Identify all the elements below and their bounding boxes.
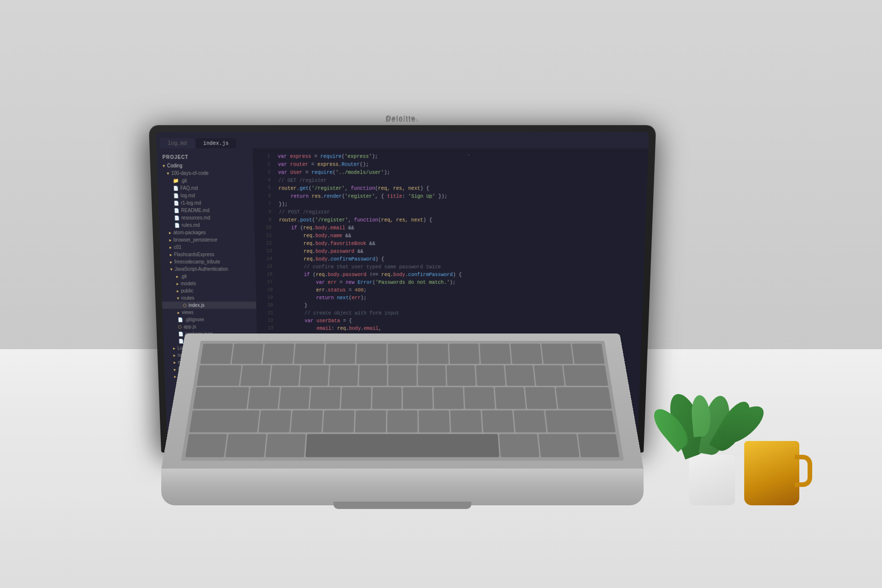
tab-log-md[interactable]: log.md xyxy=(160,138,195,148)
sidebar-item-faq[interactable]: 📄 FAQ.md xyxy=(158,184,254,192)
sidebar-item-label: FAQ.md xyxy=(180,185,198,191)
sidebar-item-git1[interactable]: 📁 .git xyxy=(158,177,254,184)
sidebar-item-label: public xyxy=(181,288,193,294)
sidebar-item-label: .git xyxy=(181,274,187,279)
sidebar-item-label: FlashcardsExpress xyxy=(174,252,215,257)
sidebar-item-label: 100-days-of-code xyxy=(171,170,209,176)
sidebar-item-100days[interactable]: ▾ 100-days-of-code xyxy=(157,170,253,177)
sidebar-item-models[interactable]: ▸ models xyxy=(161,280,256,287)
laptop-base xyxy=(161,469,644,505)
sidebar-item-label: log.md xyxy=(181,193,195,198)
sidebar-item-coding[interactable]: ▾ Coding xyxy=(157,162,253,169)
sidebar-item-label: index.js xyxy=(188,303,204,308)
sidebar-item-log[interactable]: 📄 log.md xyxy=(158,192,254,199)
sidebar-item-c01[interactable]: ▸ c01 xyxy=(160,243,255,251)
sidebar-item-browser[interactable]: ▸ browser_persistence xyxy=(159,236,254,243)
table-reflection xyxy=(0,505,882,588)
sidebar-item-gitignore[interactable]: 📄 .gitignore xyxy=(163,316,257,323)
sidebar-item-label: rules.md xyxy=(181,222,200,228)
sidebar-item-flashcards[interactable]: ▸ FlashcardsExpress xyxy=(160,251,255,258)
sidebar-item-rules[interactable]: 📄 rules.md xyxy=(159,221,254,229)
sidebar-item-fcc[interactable]: ▸ freecodecamp_tribute xyxy=(160,258,255,266)
sidebar-item-label: browser_persistence xyxy=(174,237,218,243)
sidebar-item-readme1[interactable]: 📄 README.md xyxy=(158,207,254,214)
sidebar-item-label: JavaScript-Authentication xyxy=(175,266,228,272)
mug-body xyxy=(744,441,799,505)
sidebar-item-label: models xyxy=(181,281,196,286)
sidebar-item-label: .git xyxy=(181,178,187,183)
sidebar-item-label: .gitignore xyxy=(185,317,204,322)
sidebar-item-label: views xyxy=(181,310,193,315)
sidebar-item-label: Coding xyxy=(167,163,182,169)
sidebar-item-public[interactable]: ▸ public xyxy=(162,287,256,294)
sidebar-item-label: c01 xyxy=(174,244,181,250)
sidebar-item-appjs[interactable]: ⬡ app.js xyxy=(163,323,257,330)
sidebar-item-label: routes xyxy=(181,295,194,301)
plant-pot xyxy=(689,455,735,505)
yellow-mug xyxy=(744,441,799,505)
sidebar-item-views[interactable]: ▸ views xyxy=(162,309,256,316)
sidebar-item-jsauth[interactable]: ▾ JavaScript-Authentication xyxy=(161,266,255,273)
sidebar-item-label: resources.md xyxy=(181,215,210,220)
sidebar-item-atom[interactable]: ▸ atom-packages xyxy=(159,229,254,236)
plant xyxy=(689,455,735,505)
tab-index-js[interactable]: index.js xyxy=(195,138,237,148)
sidebar-item-resources[interactable]: 📄 resources.md xyxy=(159,214,254,221)
sidebar-item-routes[interactable]: ▾ routes xyxy=(162,294,256,302)
tab-bar: log.md index.js xyxy=(156,132,649,148)
sidebar-title: Project xyxy=(157,153,253,162)
sidebar-item-label: app.js xyxy=(183,324,196,329)
sidebar-item-label: freecodecamp_tribute xyxy=(174,259,220,265)
sidebar-item-r1log[interactable]: 📄 r1-log.md xyxy=(158,199,254,207)
sidebar-item-git2[interactable]: ▸ .git xyxy=(161,273,255,280)
sidebar-item-label: atom-packages xyxy=(173,230,206,235)
plant-leaves xyxy=(671,335,753,455)
keyboard xyxy=(161,334,644,469)
sidebar-item-indexjs[interactable]: ⬡ index.js xyxy=(162,302,256,309)
sidebar-item-label: README.md xyxy=(181,208,209,213)
scene: Deloitte. log.md index.js Project xyxy=(0,0,882,588)
keyboard-keys xyxy=(181,341,624,461)
brand-label: Deloitte. xyxy=(386,114,418,122)
sidebar-item-label: r1-log.md xyxy=(181,200,201,206)
